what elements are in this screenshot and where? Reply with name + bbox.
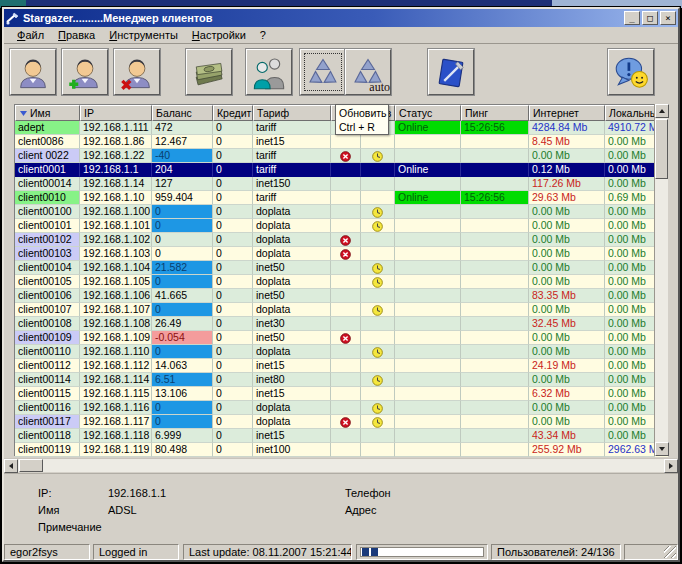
cell-blocked	[331, 275, 361, 289]
column-header-status[interactable]: Статус	[395, 105, 461, 121]
table-row[interactable]: client00102192.168.1.10200doplata0.00 Mb…	[15, 233, 668, 247]
cell-ip: 192.168.1.105	[80, 275, 152, 289]
add-user-button[interactable]	[62, 49, 108, 95]
cell-local: 0.00 Mb	[605, 345, 655, 359]
cell-ip: 192.168.1.108	[80, 317, 152, 331]
cell-tariff: inet15	[253, 135, 331, 149]
table-row[interactable]: client00104192.168.1.10421.5820inet500.0…	[15, 261, 668, 275]
refresh-button[interactable]	[300, 49, 346, 95]
cell-status	[395, 275, 461, 289]
table-row[interactable]: client00118192.168.1.1186.9990inet1543.3…	[15, 429, 668, 443]
cell-balance: 0	[152, 247, 213, 261]
resize-grip[interactable]	[664, 546, 676, 558]
table-row[interactable]: client0010192.168.1.10959.4040tariffOnli…	[15, 191, 668, 205]
cell-tariff: inet50	[253, 289, 331, 303]
table-row[interactable]: client00108192.168.1.10826.490inet3032.4…	[15, 317, 668, 331]
column-header-ping[interactable]: Пинг	[461, 105, 529, 121]
table-row[interactable]: clent0086192.168.1.8612.4670inet158.45 M…	[15, 135, 668, 149]
column-header-local[interactable]: Локальные р	[605, 105, 655, 121]
column-header-balance[interactable]: Баланс	[152, 105, 213, 121]
cell-ping	[461, 135, 529, 149]
maximize-button[interactable]: □	[642, 11, 658, 25]
table-row[interactable]: client00107192.168.1.10700doplata0.00 Mb…	[15, 303, 668, 317]
cell-name: client00109	[15, 331, 80, 345]
cell-blocked	[331, 247, 361, 261]
cell-credit: 0	[213, 261, 253, 275]
cell-frozen	[361, 233, 395, 247]
blocked-icon	[340, 151, 351, 162]
menu-item-tools[interactable]: Инструменты	[102, 28, 185, 42]
menu-item-help[interactable]: ?	[253, 28, 273, 42]
cell-internet: 0.00 Mb	[529, 233, 605, 247]
column-header-tariff[interactable]: Тариф	[253, 105, 331, 121]
horizontal-scrollbar[interactable]	[4, 458, 678, 472]
table-row[interactable]: client00105192.168.1.10500doplata0.00 Mb…	[15, 275, 668, 289]
scroll-down-button[interactable]	[655, 442, 669, 456]
column-header-name[interactable]: Имя	[15, 105, 80, 121]
menu-item-settings[interactable]: Настройки	[185, 28, 253, 42]
table-row[interactable]: client0001192.168.1.12040tariffOnline0.1…	[15, 163, 668, 177]
user-info-button[interactable]	[10, 49, 56, 95]
cell-credit: 0	[213, 429, 253, 443]
user-delete-icon	[119, 54, 155, 92]
cell-credit: 0	[213, 149, 253, 163]
cell-tariff: doplata	[253, 303, 331, 317]
cell-internet: 8.45 Mb	[529, 135, 605, 149]
table-row[interactable]: client00103192.168.1.10300doplata0.00 Mb…	[15, 247, 668, 261]
cell-local: 0.00 Mb	[605, 387, 655, 401]
vertical-scrollbar[interactable]	[654, 104, 668, 456]
cell-credit: 0	[213, 317, 253, 331]
horizontal-scroll-thumb[interactable]	[19, 459, 43, 472]
cell-status	[395, 233, 461, 247]
blocked-icon	[340, 235, 351, 246]
cell-name: client00115	[15, 387, 80, 401]
table-row[interactable]: client00014192.168.1.141270inet150117.26…	[15, 177, 668, 191]
table-row[interactable]: client00112192.168.1.11214.0630inet1524.…	[15, 359, 668, 373]
app-window: Stargazer..........Менеджер клиентов _ □…	[2, 7, 680, 562]
close-button[interactable]: ×	[660, 11, 676, 25]
cell-internet: 0.00 Mb	[529, 205, 605, 219]
cell-credit: 0	[213, 233, 253, 247]
table-row[interactable]: client00116192.168.1.11600doplata0.00 Mb…	[15, 401, 668, 415]
table-row[interactable]: client00114192.168.1.1146.510inet800.00 …	[15, 373, 668, 387]
column-header-ip[interactable]: IP	[80, 105, 152, 121]
table-row[interactable]: client00100192.168.1.10000doplata0.00 Mb…	[15, 205, 668, 219]
cell-name: client00118	[15, 429, 80, 443]
cell-frozen	[361, 429, 395, 443]
scroll-right-button[interactable]	[664, 459, 678, 473]
frozen-icon	[372, 305, 383, 316]
cell-ip: 192.168.1.114	[80, 373, 152, 387]
table-row[interactable]: client00106192.168.1.10641.6650inet5083.…	[15, 289, 668, 303]
table-row[interactable]: client00109192.168.1.109-0.0540inet500.0…	[15, 331, 668, 345]
table-row[interactable]: client00110192.168.1.11000doplata0.00 Mb…	[15, 345, 668, 359]
frozen-icon	[372, 263, 383, 274]
column-header-internet[interactable]: Интернет	[529, 105, 605, 121]
cell-ping: 15:26:56	[461, 191, 529, 205]
table-row[interactable]: client00117192.168.1.11700doplata0.00 Mb…	[15, 415, 668, 429]
table-row[interactable]: client 0022192.168.1.22-400tariff0.00 Mb…	[15, 149, 668, 163]
menu-item-file[interactable]: Файл	[10, 28, 51, 42]
cell-internet: 6.32 Mb	[529, 387, 605, 401]
table-row[interactable]: client00119192.168.1.11980.4980inet10025…	[15, 443, 668, 457]
cell-credit: 0	[213, 387, 253, 401]
scroll-left-button[interactable]	[4, 459, 18, 473]
menu-item-edit[interactable]: Правка	[51, 28, 102, 42]
notes-button[interactable]	[428, 49, 474, 95]
statusbar-empty-panel	[624, 544, 678, 560]
table-row[interactable]: client00101192.168.1.10100doplata0.00 Mb…	[15, 219, 668, 233]
column-header-credit[interactable]: Кредит	[213, 105, 253, 121]
auto-refresh-button[interactable]: auto	[345, 49, 391, 95]
payment-button[interactable]	[186, 49, 232, 95]
table-row[interactable]: client00115192.168.1.11513.1060inet156.3…	[15, 387, 668, 401]
about-button[interactable]	[608, 49, 654, 95]
note-label: Примечание	[38, 521, 102, 533]
cell-blocked	[331, 191, 361, 205]
delete-user-button[interactable]	[114, 49, 160, 95]
cell-blocked	[331, 373, 361, 387]
minimize-button[interactable]: _	[624, 11, 640, 25]
cell-internet: 0.00 Mb	[529, 331, 605, 345]
users-group-button[interactable]	[246, 49, 292, 95]
cell-blocked	[331, 317, 361, 331]
scroll-up-button[interactable]	[655, 104, 669, 118]
vertical-scroll-thumb[interactable]	[655, 119, 668, 179]
